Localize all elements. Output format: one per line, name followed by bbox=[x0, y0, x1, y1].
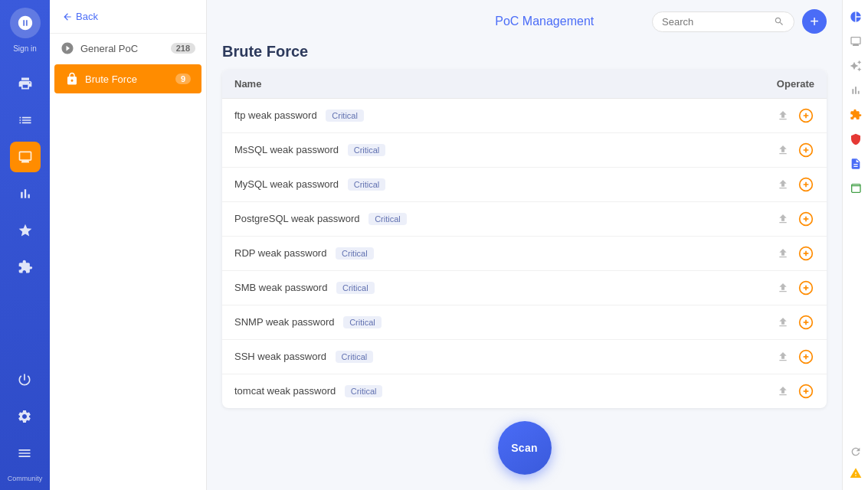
row-operate-cell bbox=[678, 202, 827, 237]
sidebar-bottom: Community bbox=[8, 361, 43, 482]
upload-button[interactable] bbox=[775, 314, 791, 331]
vulnerability-name: SSH weak password bbox=[234, 351, 326, 362]
right-icon-warning[interactable] bbox=[845, 462, 866, 484]
vulnerability-name: SMB weak password bbox=[234, 282, 327, 293]
sidebar-icon-star[interactable] bbox=[10, 215, 41, 246]
row-name-cell: SNMP weak password Critical bbox=[222, 305, 678, 340]
main-header: PoC Management + bbox=[207, 0, 842, 43]
upload-button[interactable] bbox=[775, 142, 791, 158]
upload-button[interactable] bbox=[775, 211, 791, 227]
right-icon-pie[interactable] bbox=[845, 6, 866, 28]
upload-button[interactable] bbox=[775, 107, 791, 124]
add-poc-button[interactable] bbox=[798, 211, 814, 227]
severity-badge: Critical bbox=[348, 178, 386, 191]
vulnerability-name: PostgreSQL weak password bbox=[234, 213, 360, 224]
brute-force-badge: 9 bbox=[175, 74, 191, 84]
sidebar-icon-power[interactable] bbox=[9, 364, 40, 395]
upload-button[interactable] bbox=[775, 383, 791, 400]
app-logo[interactable] bbox=[10, 8, 41, 38]
poc-table: Name Operate ftp weak password Critical bbox=[222, 70, 827, 408]
search-input[interactable] bbox=[662, 16, 769, 28]
table-row: RDP weak password Critical bbox=[222, 237, 827, 271]
severity-badge: Critical bbox=[348, 144, 386, 156]
row-name-cell: tomcat weak password Critical bbox=[222, 374, 678, 409]
severity-badge: Critical bbox=[343, 316, 382, 328]
table-row: MySQL weak password Critical bbox=[222, 168, 827, 202]
right-icon-grid[interactable] bbox=[845, 178, 866, 199]
scan-label: Scan bbox=[511, 442, 538, 454]
upload-button[interactable] bbox=[775, 279, 791, 296]
severity-badge: Critical bbox=[368, 213, 407, 225]
vulnerability-name: MsSQL weak password bbox=[234, 144, 339, 155]
right-sidebar bbox=[842, 0, 868, 490]
row-operate-cell bbox=[678, 374, 827, 409]
add-poc-button[interactable] bbox=[798, 176, 814, 193]
row-operate-cell bbox=[678, 168, 827, 202]
row-name-cell: SSH weak password Critical bbox=[222, 340, 678, 374]
severity-badge: Critical bbox=[345, 385, 383, 397]
main-content: PoC Management + Brute Force Name Operat… bbox=[207, 0, 842, 490]
scan-button[interactable]: Scan bbox=[498, 421, 552, 475]
vulnerability-name: MySQL weak password bbox=[234, 178, 339, 190]
vulnerability-name: ftp weak password bbox=[234, 109, 317, 121]
row-operate-cell bbox=[678, 99, 827, 133]
sidebar-icon-printer[interactable] bbox=[10, 68, 41, 99]
table-row: SNMP weak password Critical bbox=[222, 305, 827, 340]
upload-button[interactable] bbox=[775, 245, 791, 262]
nav-panel: Back General PoC 218 Brute Force 9 bbox=[50, 0, 207, 490]
nav-item-brute-force[interactable]: Brute Force 9 bbox=[54, 64, 201, 93]
add-button[interactable]: + bbox=[802, 9, 827, 34]
upload-button[interactable] bbox=[775, 176, 791, 193]
right-icon-bar-chart[interactable] bbox=[845, 80, 866, 101]
add-poc-button[interactable] bbox=[798, 107, 814, 124]
left-sidebar: Sign in Community bbox=[0, 0, 50, 490]
table-row: SSH weak password Critical bbox=[222, 340, 827, 374]
sidebar-icon-menu[interactable] bbox=[9, 438, 40, 469]
page-heading: Brute Force bbox=[222, 43, 827, 60]
add-poc-button[interactable] bbox=[798, 279, 814, 296]
row-operate-cell bbox=[678, 305, 827, 340]
general-poc-label: General PoC bbox=[80, 43, 138, 54]
search-box[interactable] bbox=[652, 11, 794, 32]
back-button[interactable]: Back bbox=[50, 0, 206, 34]
sidebar-icon-monitor[interactable] bbox=[10, 142, 41, 172]
row-operate-cell bbox=[678, 271, 827, 305]
page-title-center: PoC Management bbox=[437, 15, 653, 28]
table-row: MsSQL weak password Critical bbox=[222, 133, 827, 168]
sidebar-icon-puzzle[interactable] bbox=[10, 252, 41, 283]
col-operate-header: Operate bbox=[678, 70, 827, 99]
sidebar-icon-chart[interactable] bbox=[10, 178, 41, 209]
right-icon-monitor[interactable] bbox=[845, 31, 866, 52]
right-icon-puzzle[interactable] bbox=[845, 104, 866, 126]
row-name-cell: RDP weak password Critical bbox=[222, 237, 678, 271]
add-poc-button[interactable] bbox=[798, 142, 814, 158]
row-operate-cell bbox=[678, 133, 827, 168]
nav-item-general-poc[interactable]: General PoC 218 bbox=[50, 34, 206, 63]
right-icon-shield[interactable] bbox=[845, 129, 866, 150]
row-name-cell: ftp weak password Critical bbox=[222, 99, 678, 133]
sidebar-icon-settings[interactable] bbox=[9, 401, 40, 432]
right-icon-document[interactable] bbox=[845, 153, 866, 175]
back-label: Back bbox=[76, 11, 98, 22]
table-row: tomcat weak password Critical bbox=[222, 374, 827, 409]
right-icon-sparkle[interactable] bbox=[845, 55, 866, 77]
severity-badge: Critical bbox=[336, 351, 374, 363]
sidebar-icon-list[interactable] bbox=[10, 105, 41, 136]
general-poc-badge: 218 bbox=[171, 43, 195, 54]
brute-force-label: Brute Force bbox=[85, 74, 137, 85]
table-row: SMB weak password Critical bbox=[222, 271, 827, 305]
row-operate-cell bbox=[678, 340, 827, 374]
col-name-header: Name bbox=[222, 70, 678, 99]
right-icon-refresh[interactable] bbox=[845, 441, 866, 462]
scan-button-wrap: Scan bbox=[498, 421, 552, 475]
upload-button[interactable] bbox=[775, 348, 791, 365]
severity-badge: Critical bbox=[336, 282, 375, 294]
add-poc-button[interactable] bbox=[798, 348, 814, 365]
table-row: PostgreSQL weak password Critical bbox=[222, 202, 827, 237]
add-poc-button[interactable] bbox=[798, 245, 814, 262]
add-poc-button[interactable] bbox=[798, 314, 814, 331]
sign-in-label[interactable]: Sign in bbox=[13, 44, 37, 53]
row-operate-cell bbox=[678, 237, 827, 271]
add-poc-button[interactable] bbox=[798, 383, 814, 400]
header-right: + bbox=[652, 9, 827, 34]
